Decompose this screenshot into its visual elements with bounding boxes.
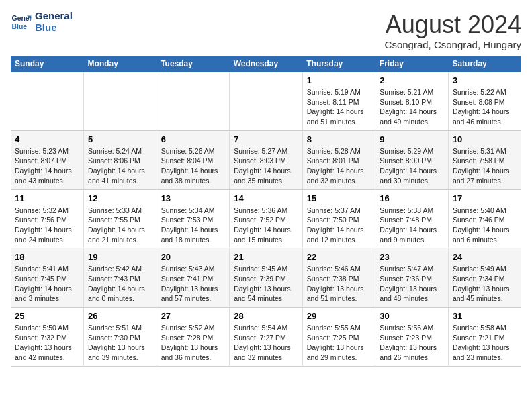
cell-text: Sunset: 8:08 PM bbox=[453, 97, 517, 107]
calendar-cell: 11Sunrise: 5:32 AMSunset: 7:56 PMDayligh… bbox=[11, 189, 84, 248]
cell-text: Daylight: 14 hours and 15 minutes. bbox=[234, 225, 298, 244]
calendar-cell: 20Sunrise: 5:43 AMSunset: 7:41 PMDayligh… bbox=[157, 248, 230, 308]
calendar-week-row: 1Sunrise: 5:19 AMSunset: 8:11 PMDaylight… bbox=[11, 72, 521, 130]
cell-text: Sunrise: 5:21 AM bbox=[380, 87, 444, 97]
calendar-cell: 21Sunrise: 5:45 AMSunset: 7:39 PMDayligh… bbox=[230, 248, 303, 308]
calendar-body: 1Sunrise: 5:19 AMSunset: 8:11 PMDaylight… bbox=[11, 72, 521, 366]
cell-text: Daylight: 14 hours and 12 minutes. bbox=[307, 225, 371, 244]
weekday-header-monday: Monday bbox=[84, 56, 157, 72]
cell-text: Sunset: 7:25 PM bbox=[307, 333, 371, 343]
calendar-cell: 16Sunrise: 5:38 AMSunset: 7:48 PMDayligh… bbox=[375, 189, 449, 248]
cell-text: Sunset: 7:34 PM bbox=[453, 274, 517, 284]
cell-text: Sunrise: 5:19 AM bbox=[307, 87, 371, 97]
day-number: 18 bbox=[15, 252, 79, 262]
day-number: 12 bbox=[88, 193, 152, 203]
cell-text: Sunrise: 5:27 AM bbox=[234, 146, 298, 156]
cell-text: Sunset: 8:07 PM bbox=[15, 156, 79, 166]
calendar-cell: 8Sunrise: 5:28 AMSunset: 8:01 PMDaylight… bbox=[302, 130, 375, 189]
cell-text: Sunrise: 5:45 AM bbox=[234, 264, 298, 274]
cell-text: Sunset: 7:30 PM bbox=[88, 333, 152, 343]
day-number: 2 bbox=[380, 75, 444, 85]
cell-text: Sunrise: 5:54 AM bbox=[234, 323, 298, 333]
calendar-week-row: 4Sunrise: 5:23 AMSunset: 8:07 PMDaylight… bbox=[11, 130, 521, 189]
day-number: 19 bbox=[88, 252, 152, 262]
cell-text: Sunset: 7:21 PM bbox=[453, 333, 517, 343]
cell-text: Sunrise: 5:41 AM bbox=[15, 264, 79, 274]
cell-text: Daylight: 14 hours and 27 minutes. bbox=[453, 166, 517, 185]
cell-text: Daylight: 14 hours and 43 minutes. bbox=[15, 166, 79, 185]
calendar-cell: 26Sunrise: 5:51 AMSunset: 7:30 PMDayligh… bbox=[84, 308, 157, 367]
cell-text: Daylight: 14 hours and 38 minutes. bbox=[161, 166, 226, 185]
day-number: 29 bbox=[307, 311, 371, 321]
cell-text: Sunrise: 5:36 AM bbox=[234, 205, 298, 216]
location: Csongrad, Csongrad, Hungary bbox=[385, 39, 521, 50]
cell-text: Daylight: 13 hours and 42 minutes. bbox=[15, 342, 79, 362]
cell-text: Sunrise: 5:42 AM bbox=[88, 264, 152, 274]
day-number: 21 bbox=[234, 252, 298, 262]
cell-text: Sunrise: 5:22 AM bbox=[453, 87, 517, 97]
cell-text: Daylight: 14 hours and 46 minutes. bbox=[453, 107, 517, 126]
cell-text: Sunrise: 5:32 AM bbox=[15, 205, 79, 216]
calendar-cell bbox=[157, 72, 230, 130]
day-number: 13 bbox=[161, 193, 226, 203]
cell-text: Sunrise: 5:47 AM bbox=[380, 264, 444, 274]
cell-text: Daylight: 14 hours and 9 minutes. bbox=[380, 225, 444, 244]
calendar-cell: 7Sunrise: 5:27 AMSunset: 8:03 PMDaylight… bbox=[230, 130, 303, 189]
cell-text: Sunset: 7:45 PM bbox=[15, 274, 79, 284]
calendar-cell: 10Sunrise: 5:31 AMSunset: 7:58 PMDayligh… bbox=[448, 130, 521, 189]
cell-text: Daylight: 13 hours and 45 minutes. bbox=[453, 284, 517, 304]
calendar-week-row: 25Sunrise: 5:50 AMSunset: 7:32 PMDayligh… bbox=[11, 308, 521, 367]
logo-text: General Blue bbox=[35, 11, 73, 33]
cell-text: Daylight: 13 hours and 36 minutes. bbox=[161, 342, 226, 362]
cell-text: Sunrise: 5:52 AM bbox=[161, 323, 226, 333]
cell-text: Sunset: 8:03 PM bbox=[234, 156, 298, 166]
calendar-cell: 4Sunrise: 5:23 AMSunset: 8:07 PMDaylight… bbox=[11, 130, 84, 189]
calendar-cell bbox=[84, 72, 157, 130]
cell-text: Sunrise: 5:55 AM bbox=[307, 323, 371, 333]
cell-text: Daylight: 14 hours and 18 minutes. bbox=[161, 225, 226, 244]
day-number: 4 bbox=[15, 134, 79, 144]
day-number: 28 bbox=[234, 311, 298, 321]
calendar-cell: 24Sunrise: 5:49 AMSunset: 7:34 PMDayligh… bbox=[448, 248, 521, 308]
cell-text: Sunset: 7:38 PM bbox=[307, 274, 371, 284]
page-header: General Blue General Blue August 2024 Cs… bbox=[11, 11, 521, 50]
cell-text: Daylight: 13 hours and 32 minutes. bbox=[234, 342, 298, 362]
cell-text: Sunset: 7:39 PM bbox=[234, 274, 298, 284]
cell-text: Sunrise: 5:38 AM bbox=[380, 205, 444, 216]
cell-text: Daylight: 14 hours and 51 minutes. bbox=[307, 107, 371, 126]
day-number: 16 bbox=[380, 193, 444, 203]
day-number: 8 bbox=[307, 134, 371, 144]
day-number: 31 bbox=[453, 311, 517, 321]
weekday-header-thursday: Thursday bbox=[302, 56, 375, 72]
calendar-cell: 13Sunrise: 5:34 AMSunset: 7:53 PMDayligh… bbox=[157, 189, 230, 248]
calendar-cell: 27Sunrise: 5:52 AMSunset: 7:28 PMDayligh… bbox=[157, 308, 230, 367]
cell-text: Sunset: 7:32 PM bbox=[15, 333, 79, 343]
day-number: 20 bbox=[161, 252, 226, 262]
cell-text: Daylight: 14 hours and 6 minutes. bbox=[453, 225, 517, 244]
cell-text: Sunset: 7:48 PM bbox=[380, 215, 444, 225]
cell-text: Sunset: 7:43 PM bbox=[88, 274, 152, 284]
calendar-cell: 15Sunrise: 5:37 AMSunset: 7:50 PMDayligh… bbox=[302, 189, 375, 248]
calendar-cell: 3Sunrise: 5:22 AMSunset: 8:08 PMDaylight… bbox=[448, 72, 521, 130]
weekday-header-tuesday: Tuesday bbox=[157, 56, 230, 72]
cell-text: Daylight: 13 hours and 29 minutes. bbox=[307, 342, 371, 362]
cell-text: Daylight: 14 hours and 30 minutes. bbox=[380, 166, 444, 185]
day-number: 26 bbox=[88, 311, 152, 321]
weekday-header-friday: Friday bbox=[375, 56, 449, 72]
calendar-table: SundayMondayTuesdayWednesdayThursdayFrid… bbox=[11, 56, 521, 367]
cell-text: Sunset: 7:52 PM bbox=[234, 215, 298, 225]
day-number: 22 bbox=[307, 252, 371, 262]
day-number: 15 bbox=[307, 193, 371, 203]
calendar-cell: 5Sunrise: 5:24 AMSunset: 8:06 PMDaylight… bbox=[84, 130, 157, 189]
cell-text: Sunrise: 5:50 AM bbox=[15, 323, 79, 333]
cell-text: Daylight: 13 hours and 48 minutes. bbox=[380, 284, 444, 304]
title-area: August 2024 Csongrad, Csongrad, Hungary bbox=[385, 11, 521, 50]
cell-text: Sunset: 8:10 PM bbox=[380, 97, 444, 107]
cell-text: Sunrise: 5:58 AM bbox=[453, 323, 517, 333]
calendar-header: SundayMondayTuesdayWednesdayThursdayFrid… bbox=[11, 56, 521, 72]
calendar-cell: 31Sunrise: 5:58 AMSunset: 7:21 PMDayligh… bbox=[448, 308, 521, 367]
cell-text: Sunrise: 5:24 AM bbox=[88, 146, 152, 156]
svg-text:Blue: Blue bbox=[12, 22, 28, 30]
calendar-cell: 12Sunrise: 5:33 AMSunset: 7:55 PMDayligh… bbox=[84, 189, 157, 248]
cell-text: Daylight: 13 hours and 57 minutes. bbox=[161, 284, 226, 304]
